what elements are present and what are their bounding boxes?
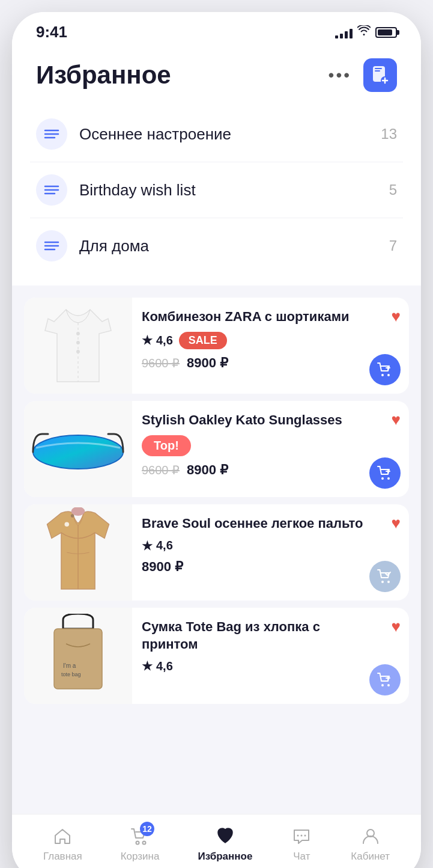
nav-label-cabinet: Кабинет	[351, 851, 390, 863]
svg-point-26	[387, 581, 390, 583]
products-section: ♥ Комбинезон ZARA с шортиками ★ 4,6 SALE…	[12, 286, 421, 814]
svg-text:tote bag: tote bag	[61, 671, 81, 677]
list-item-home[interactable]: Для дома 7	[30, 218, 403, 274]
list-icon	[36, 118, 67, 150]
menu-lines-icon	[44, 238, 59, 254]
nav-item-cart[interactable]: 12 Корзина	[121, 825, 160, 863]
price-old-p1: 9600 ₽	[142, 356, 180, 370]
product-badges-p2: Top!	[142, 435, 399, 456]
cart-button-p1[interactable]	[369, 354, 401, 385]
cart-add-icon	[377, 465, 393, 481]
svg-point-36	[304, 834, 306, 836]
status-time: 9:41	[36, 23, 67, 41]
svg-point-35	[301, 834, 303, 836]
svg-point-33	[143, 841, 146, 844]
svg-point-32	[136, 841, 139, 844]
svg-point-22	[65, 522, 70, 527]
chat-icon	[291, 825, 312, 847]
svg-point-19	[34, 436, 123, 468]
cart-button-p2[interactable]	[369, 457, 401, 489]
star-icon: ★	[142, 539, 153, 553]
svg-point-20	[381, 477, 384, 480]
svg-point-12	[76, 332, 80, 335]
menu-lines-icon	[44, 126, 59, 142]
svg-rect-27	[54, 629, 102, 689]
price-old-p2: 9600 ₽	[142, 463, 180, 477]
list-count-autumn: 13	[381, 126, 397, 142]
product-rating-p1: ★ 4,6	[142, 333, 173, 347]
status-bar: 9:41	[12, 12, 421, 46]
cart-add-icon	[377, 362, 393, 377]
list-item-birthday[interactable]: Birthday wish list 5	[30, 162, 403, 218]
favorite-button-p3[interactable]: ♥	[392, 514, 401, 533]
add-list-button[interactable]	[363, 58, 397, 92]
nav-item-home[interactable]: Главная	[43, 825, 82, 863]
nav-label-cart: Корзина	[121, 851, 160, 863]
product-image-p1	[24, 298, 132, 394]
product-rating-p3: ★ 4,6	[142, 539, 173, 553]
cart-button-p3[interactable]	[369, 561, 401, 592]
product-card-p2: ♥ Stylish Oakley Kato Sunglasses Top! 96…	[24, 401, 409, 497]
price-new-p3: 8900 ₽	[142, 559, 183, 575]
cart-icon: 12	[129, 825, 151, 847]
svg-point-15	[381, 374, 384, 376]
product-badges-p4: ★ 4,6	[142, 659, 399, 673]
favorite-button-p2[interactable]: ♥	[392, 411, 401, 429]
nav-label-chat: Чат	[293, 851, 310, 863]
battery-icon	[375, 27, 397, 38]
cart-button-p4[interactable]	[369, 664, 401, 695]
favorite-button-p1[interactable]: ♥	[392, 307, 401, 326]
price-new-p1: 8900 ₽	[187, 355, 228, 371]
svg-text:I'm a: I'm a	[63, 662, 76, 669]
product-card-p4: I'm a tote bag ♥ Сумка Tote Bag из хлопк…	[24, 608, 409, 704]
signal-icon	[335, 26, 353, 38]
lists-section: Осеннее настроение 13 Birthday wish list…	[12, 106, 421, 286]
cart-add-icon	[377, 672, 393, 688]
phone-frame: 9:41 Избранное •	[12, 12, 421, 868]
nav-item-chat[interactable]: Чат	[291, 825, 312, 863]
product-prices-p2: 9600 ₽ 8900 ₽	[142, 462, 399, 478]
menu-lines-icon	[44, 182, 59, 198]
product-title-p4: Сумка Tote Bag из хлопка с принтом	[142, 619, 399, 653]
nav-item-favorites[interactable]: Избранное	[198, 825, 252, 863]
product-info-p3: ♥ Brave Soul осеннее легкое пальто ★ 4,6…	[132, 504, 409, 601]
home-icon	[52, 825, 73, 847]
product-info-p1: ♥ Комбинезон ZARA с шортиками ★ 4,6 SALE…	[132, 298, 409, 394]
product-info-p2: ♥ Stylish Oakley Kato Sunglasses Top! 96…	[132, 401, 409, 497]
cart-check-icon	[377, 569, 393, 584]
more-options-button[interactable]: •••	[329, 66, 351, 85]
svg-point-21	[387, 477, 390, 480]
product-image-p4: I'm a tote bag	[24, 608, 132, 704]
svg-point-34	[297, 834, 299, 836]
header-actions: •••	[329, 58, 397, 92]
heart-nav-icon	[214, 825, 236, 847]
status-icons	[335, 25, 397, 39]
product-badges-p3: ★ 4,6	[142, 539, 399, 553]
svg-point-30	[381, 684, 384, 686]
favorite-button-p4[interactable]: ♥	[392, 617, 401, 636]
list-count-home: 7	[389, 237, 397, 254]
product-title-p3: Brave Soul осеннее легкое пальто	[142, 515, 399, 533]
list-name-autumn: Осеннее настроение	[79, 125, 381, 144]
plus-file-icon	[372, 66, 389, 84]
cart-badge: 12	[140, 822, 154, 836]
bottom-nav: Главная 12 Корзина Избранное	[12, 814, 421, 868]
product-info-p4: ♥ Сумка Tote Bag из хлопка с принтом ★ 4…	[132, 608, 409, 704]
list-count-birthday: 5	[389, 182, 397, 198]
svg-point-14	[76, 350, 80, 353]
sale-badge-p1: SALE	[179, 332, 227, 349]
list-item-autumn[interactable]: Осеннее настроение 13	[30, 106, 403, 162]
list-icon	[36, 174, 67, 206]
nav-label-home: Главная	[43, 851, 82, 863]
list-name-birthday: Birthday wish list	[79, 181, 389, 200]
product-card-p1: ♥ Комбинезон ZARA с шортиками ★ 4,6 SALE…	[24, 298, 409, 394]
product-title-p2: Stylish Oakley Kato Sunglasses	[142, 412, 399, 429]
product-prices-p3: 8900 ₽	[142, 559, 399, 575]
svg-point-16	[387, 374, 390, 376]
product-prices-p1: 9600 ₽ 8900 ₽	[142, 355, 399, 371]
nav-item-cabinet[interactable]: Кабинет	[351, 825, 390, 863]
product-badges-p1: ★ 4,6 SALE	[142, 332, 399, 349]
header: Избранное •••	[12, 46, 421, 106]
svg-point-31	[387, 684, 390, 686]
product-rating-p4: ★ 4,6	[142, 659, 173, 673]
